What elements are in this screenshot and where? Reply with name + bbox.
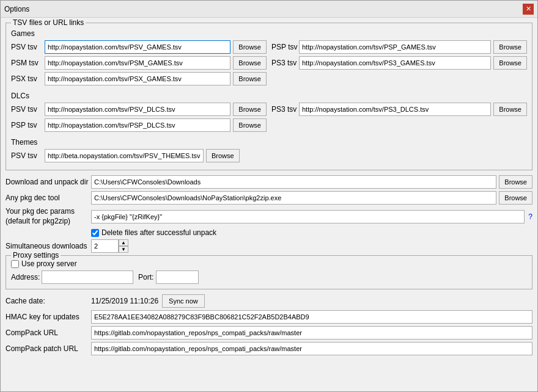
proxy-port-input[interactable] xyxy=(156,270,199,284)
delete-files-label: Delete files after successful unpack xyxy=(101,228,216,237)
spin-down-button[interactable]: ▼ xyxy=(119,246,128,253)
spin-up-button[interactable]: ▲ xyxy=(119,239,128,246)
sync-now-button[interactable]: Sync now xyxy=(162,294,205,308)
proxy-group-label: Proxy settings xyxy=(11,251,61,260)
comppack-label: CompPack URL xyxy=(6,328,91,337)
download-dir-input[interactable] xyxy=(91,175,496,189)
ps3-dlcs-label: PS3 tsv xyxy=(271,105,299,114)
comppack-patch-label: CompPack patch URL xyxy=(6,344,91,353)
ps3-dlcs-input[interactable] xyxy=(299,103,491,116)
psm-games-row: PSM tsv Browse xyxy=(11,56,267,70)
download-dir-browse[interactable]: Browse xyxy=(499,175,532,189)
psp-games-row: PSP tsv Browse xyxy=(271,40,527,54)
spinner-container: ▲ ▼ xyxy=(91,239,128,253)
games-section-label: Games xyxy=(11,29,527,38)
dlcs-col-left: PSV tsv Browse PSP tsv Browse xyxy=(11,103,267,134)
ps3-games-row: PS3 tsv Browse xyxy=(271,56,527,70)
psm-tsv-label: PSM tsv xyxy=(11,59,45,67)
psp-dlcs-input[interactable] xyxy=(45,118,230,132)
psp-games-browse[interactable]: Browse xyxy=(493,40,527,54)
delete-files-checkbox[interactable] xyxy=(91,229,99,237)
download-dir-label: Download and unpack dir xyxy=(6,178,91,186)
psx-tsv-label: PSX tsv xyxy=(11,74,45,83)
pkg-params-input[interactable] xyxy=(91,210,525,223)
proxy-address-input[interactable] xyxy=(42,270,133,284)
pkg-tool-browse[interactable]: Browse xyxy=(499,191,532,205)
games-col-right: PSP tsv Browse PS3 tsv Browse xyxy=(271,40,527,88)
pkg-params-row: Your pkg dec params (default for pkg2zip… xyxy=(6,207,532,226)
options-window: Options ✕ TSV files or URL links Games P… xyxy=(0,0,538,392)
psv-dlcs-label: PSV tsv xyxy=(11,105,45,114)
delete-files-row: Delete files after successful unpack xyxy=(91,228,532,237)
psp-dlcs-row: PSP tsv Browse xyxy=(11,118,267,132)
psv-games-browse[interactable]: Browse xyxy=(233,40,267,54)
spinner-arrows: ▲ ▼ xyxy=(119,239,128,253)
pkg-tool-row: Any pkg dec tool Browse xyxy=(6,191,532,205)
comppack-input[interactable] xyxy=(91,326,532,339)
cache-date-label: Cache date: xyxy=(6,297,91,305)
ps3-tsv-label: PS3 tsv xyxy=(271,59,299,67)
proxy-group: Proxy settings Use proxy server Address:… xyxy=(6,255,532,289)
psv-games-input[interactable] xyxy=(45,40,230,54)
use-proxy-row: Use proxy server xyxy=(11,260,527,268)
psx-games-input[interactable] xyxy=(45,72,230,85)
simultaneous-label: Simultaneous downloads xyxy=(6,242,91,250)
psp-games-input[interactable] xyxy=(299,40,491,54)
proxy-port-label: Port: xyxy=(138,273,153,281)
psm-games-browse[interactable]: Browse xyxy=(233,56,267,70)
psv-themes-browse[interactable]: Browse xyxy=(206,149,240,162)
psp-dlcs-label: PSP tsv xyxy=(11,121,45,129)
use-proxy-checkbox[interactable] xyxy=(11,260,19,268)
window-title: Options xyxy=(4,5,29,13)
psv-dlcs-row: PSV tsv Browse xyxy=(11,103,267,116)
psv-tsv-label: PSV tsv xyxy=(11,43,45,51)
tsv-group-label: TSV files or URL links xyxy=(11,18,86,27)
psp-tsv-label: PSP tsv xyxy=(271,43,299,51)
psv-themes-label: PSV tsv xyxy=(11,151,45,160)
psx-games-browse[interactable]: Browse xyxy=(233,72,267,85)
psv-themes-row: PSV tsv Browse xyxy=(11,149,527,162)
simultaneous-input[interactable] xyxy=(91,239,119,253)
psv-dlcs-input[interactable] xyxy=(45,103,230,116)
dlcs-two-col: PSV tsv Browse PSP tsv Browse PS3 tsv B xyxy=(11,103,527,134)
themes-section-label: Themes xyxy=(11,138,527,147)
proxy-addr-row: Address: Port: xyxy=(11,270,527,284)
dlcs-section-label: DLCs xyxy=(11,92,527,100)
proxy-addr-label: Address: xyxy=(11,273,42,281)
simultaneous-row: Simultaneous downloads ▲ ▼ xyxy=(6,239,532,253)
use-proxy-label: Use proxy server xyxy=(21,260,77,268)
pkg-tool-label: Any pkg dec tool xyxy=(6,194,91,202)
games-col-left: PSV tsv Browse PSM tsv Browse PSX tsv Br… xyxy=(11,40,267,88)
cache-date-row: Cache date: 11/25/2019 11:10:26 Sync now xyxy=(6,294,532,308)
question-mark-link[interactable]: ? xyxy=(528,212,532,221)
hmac-label: HMAC key for updates xyxy=(6,313,91,321)
psx-games-row: PSX tsv Browse xyxy=(11,72,267,85)
psv-themes-input[interactable] xyxy=(45,149,204,162)
ps3-dlcs-browse[interactable]: Browse xyxy=(493,103,527,116)
games-two-col: PSV tsv Browse PSM tsv Browse PSX tsv Br… xyxy=(11,40,527,88)
comppack-row: CompPack URL xyxy=(6,326,532,339)
close-button[interactable]: ✕ xyxy=(523,4,534,15)
tsv-group: TSV files or URL links Games PSV tsv Bro… xyxy=(6,23,532,170)
dlcs-col-right: PS3 tsv Browse xyxy=(271,103,527,134)
pkg-tool-input[interactable] xyxy=(91,191,496,205)
ps3-games-browse[interactable]: Browse xyxy=(493,56,527,70)
hmac-row: HMAC key for updates xyxy=(6,310,532,324)
content-area: TSV files or URL links Games PSV tsv Bro… xyxy=(1,18,537,391)
pkg-params-label: Your pkg dec params (default for pkg2zip… xyxy=(6,207,91,226)
psm-games-input[interactable] xyxy=(45,56,230,70)
cache-date-value: 11/25/2019 11:10:26 xyxy=(91,297,158,305)
ps3-dlcs-row: PS3 tsv Browse xyxy=(271,103,527,116)
psv-games-row: PSV tsv Browse xyxy=(11,40,267,54)
psv-dlcs-browse[interactable]: Browse xyxy=(233,103,267,116)
ps3-games-input[interactable] xyxy=(299,56,491,70)
comppack-patch-input[interactable] xyxy=(91,342,532,355)
psp-dlcs-browse[interactable]: Browse xyxy=(233,118,267,132)
hmac-input[interactable] xyxy=(91,310,532,324)
title-bar: Options ✕ xyxy=(1,1,537,18)
comppack-patch-row: CompPack patch URL xyxy=(6,342,532,355)
download-dir-row: Download and unpack dir Browse xyxy=(6,175,532,189)
